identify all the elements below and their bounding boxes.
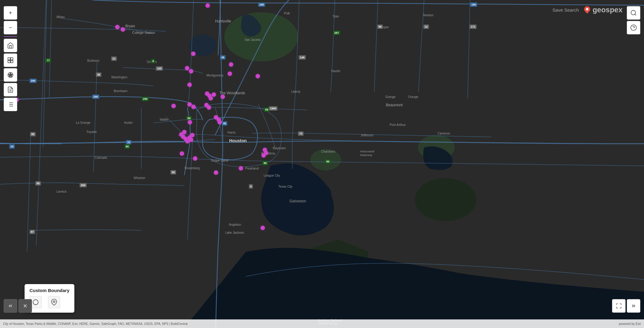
zoom-out-button[interactable]: − (4, 21, 17, 34)
svg-point-5 (415, 178, 476, 221)
bottom-right-controls (612, 299, 640, 313)
layers-button[interactable] (4, 53, 17, 67)
expand-right-button[interactable] (627, 299, 640, 313)
toolbar-divider (4, 36, 17, 37)
svg-point-1 (224, 12, 298, 61)
collapse-left-button[interactable] (4, 299, 17, 313)
svg-line-22 (635, 14, 636, 15)
logo-text: geospex (593, 6, 622, 14)
compass-button[interactable] (4, 68, 17, 82)
document-button[interactable] (4, 83, 17, 96)
logo: geospex (583, 6, 622, 14)
legend-panel: Custom Boundary (25, 284, 74, 313)
zoom-in-button[interactable]: + (4, 6, 17, 20)
legend-icons-container (29, 296, 69, 308)
svg-rect-9 (8, 61, 10, 63)
attribution-bar: City of Houston, Texas Parks & Wildlife,… (0, 319, 644, 328)
left-toolbar: + − (4, 6, 17, 111)
legend-marker-button[interactable] (48, 296, 60, 308)
svg-rect-7 (8, 58, 10, 60)
list-button[interactable] (4, 98, 17, 111)
bottom-left-controls (4, 299, 32, 313)
map-background (0, 0, 644, 328)
svg-point-3 (310, 149, 341, 170)
svg-rect-8 (11, 58, 13, 60)
help-button[interactable] (627, 21, 640, 34)
close-panel-button[interactable] (18, 299, 32, 313)
home-button[interactable] (4, 39, 17, 52)
logo-pin-icon (583, 5, 591, 14)
svg-point-26 (53, 301, 55, 303)
map-container[interactable]: 190 190 45 45 10 10 290 290 59 99 6 21 2… (0, 0, 644, 328)
svg-point-6 (189, 35, 217, 56)
right-toolbar (627, 6, 640, 34)
svg-rect-10 (11, 61, 13, 63)
legend-title: Custom Boundary (29, 288, 69, 293)
svg-point-21 (631, 10, 636, 15)
search-button[interactable] (627, 6, 640, 20)
svg-point-25 (33, 300, 38, 305)
resize-button[interactable] (612, 299, 626, 313)
save-search-button[interactable]: Save Search (549, 6, 583, 14)
powered-by-text: powered by Esri (619, 319, 641, 328)
